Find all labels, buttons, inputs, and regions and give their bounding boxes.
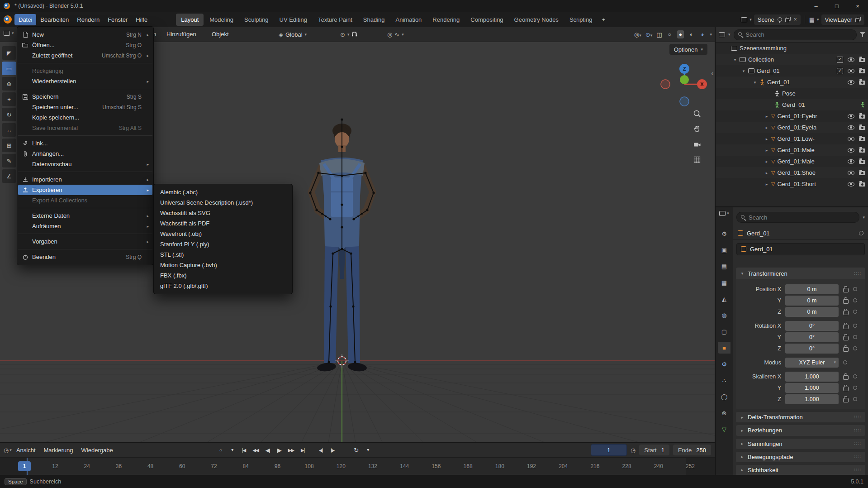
- animate-dot-icon[interactable]: [853, 346, 857, 350]
- menu-item-zuletzt-geoeffnet[interactable]: Zuletzt geöffnet Umschalt Strg O ▸: [17, 50, 153, 61]
- auto-keyframe-toggle[interactable]: ○: [215, 445, 226, 455]
- jump-to-start-button[interactable]: |◀: [238, 445, 250, 455]
- animate-dot-icon[interactable]: [853, 310, 857, 314]
- submenu-item-fbx[interactable]: FBX (.fbx): [154, 270, 292, 281]
- submenu-item-usd[interactable]: Universal Scene Description (.usd*): [154, 197, 292, 208]
- exclude-checkbox[interactable]: ✓: [837, 68, 843, 74]
- menu-item-kopie-speichern[interactable]: Kopie speichern...: [17, 112, 153, 123]
- outliner-row-gerd-collection[interactable]: ▾ Gerd_01 ✓: [716, 65, 868, 77]
- gizmos-dropdown[interactable]: ◎▾: [634, 31, 641, 38]
- shading-dropdown-icon[interactable]: ▾: [710, 33, 712, 37]
- workspace-tab-animation[interactable]: Animation: [391, 14, 427, 26]
- unlink-scene-icon[interactable]: ×: [794, 16, 797, 23]
- playhead-badge[interactable]: 1: [18, 461, 31, 471]
- keying-dropdown-icon[interactable]: ▾: [227, 445, 238, 455]
- hide-viewport-icon[interactable]: [848, 171, 854, 175]
- menu-item-speichern-unter[interactable]: Speichern unter... Umschalt Strg S: [17, 102, 153, 112]
- viewport-editor-type-icon[interactable]: ▾: [4, 31, 14, 36]
- camera-view-icon[interactable]: [693, 140, 701, 148]
- hide-viewport-icon[interactable]: [848, 57, 854, 62]
- transform-orientation-dropdown[interactable]: ◈ Global ▾: [279, 29, 307, 39]
- submenu-item-grease-pencil-svg[interactable]: Wachsstift als SVG: [154, 208, 292, 218]
- rotate-tool-button[interactable]: ↻: [2, 108, 16, 121]
- frame-end-field[interactable]: Ende 250: [673, 445, 711, 455]
- animate-dot-icon[interactable]: [853, 324, 857, 328]
- lock-icon[interactable]: [843, 398, 849, 402]
- scene-browse-icon[interactable]: [741, 17, 747, 22]
- menu-item-vorgaben[interactable]: Vorgaben ▸: [17, 236, 153, 247]
- frame-start-field[interactable]: Start 1: [639, 445, 669, 455]
- menu-item-new[interactable]: New Strg N ▸: [17, 29, 153, 40]
- outliner-row-mesh[interactable]: ▸ ▽ Gerd_01:Shoe: [716, 167, 868, 178]
- chevron-down-icon[interactable]: ▾: [9, 448, 12, 452]
- scale-x-field[interactable]: 1.000: [785, 372, 839, 382]
- new-viewlayer-icon[interactable]: [855, 17, 861, 22]
- collapse-icon[interactable]: ▾: [753, 80, 757, 85]
- menu-ansicht[interactable]: Ansicht: [13, 445, 39, 456]
- menu-wiedergabe[interactable]: Wiedergabe: [78, 445, 117, 456]
- add-workspace-button[interactable]: +: [598, 14, 609, 26]
- outliner-row-mesh[interactable]: ▸ ▽ Gerd_01:Short: [716, 178, 868, 190]
- outliner-editor-type-icon[interactable]: [719, 32, 725, 37]
- menu-objekt[interactable]: Objekt: [212, 31, 229, 38]
- next-frame-button[interactable]: |▶: [327, 445, 338, 455]
- measure-tool-button[interactable]: ∠: [2, 169, 16, 183]
- cursor-tool-button[interactable]: ⊕: [2, 77, 16, 91]
- rotation-y-field[interactable]: 0°: [785, 332, 839, 342]
- zoom-icon[interactable]: [693, 110, 701, 118]
- next-keyframe-button[interactable]: ▶▶: [285, 445, 297, 455]
- submenu-item-stanford-ply[interactable]: Stanford PLY (.ply): [154, 239, 292, 249]
- collection-tab-icon[interactable]: ▢: [718, 325, 730, 337]
- rotation-mode-dropdown[interactable]: XYZ Euler ▾: [785, 358, 839, 368]
- outliner-row-scene-collection[interactable]: Szenensammlung: [716, 43, 868, 54]
- outliner-search-input[interactable]: Search: [734, 29, 857, 40]
- select-box-tool-button[interactable]: ▭: [2, 62, 16, 75]
- submenu-item-stl[interactable]: STL (.stl): [154, 249, 292, 260]
- modifier-tab-icon[interactable]: ⚙: [718, 358, 730, 370]
- panel-header-transformieren[interactable]: ▾ Transformieren ∷∷: [736, 268, 865, 279]
- hide-viewport-icon[interactable]: [848, 159, 854, 164]
- menu-item-datenvorschau[interactable]: Datenvorschau ▸: [17, 159, 153, 169]
- panel-grip-icon[interactable]: ∷∷: [854, 271, 861, 277]
- disable-render-icon[interactable]: [859, 182, 865, 187]
- outliner-row-mesh[interactable]: ▸ ▽ Gerd_01:Low-: [716, 133, 868, 144]
- hide-viewport-icon[interactable]: [848, 80, 854, 85]
- lock-icon[interactable]: [843, 375, 849, 380]
- expand-icon[interactable]: ▸: [764, 137, 769, 141]
- outliner-row-mesh[interactable]: ▸ ▽ Gerd_01:Male: [716, 144, 868, 156]
- workspace-tab-shading[interactable]: Shading: [358, 14, 390, 26]
- workspace-tab-layout[interactable]: Layout: [176, 14, 204, 26]
- lock-icon[interactable]: [843, 299, 849, 304]
- submenu-item-grease-pencil-pdf[interactable]: Wachsstift als PDF: [154, 218, 292, 229]
- viewlayer-tab-icon[interactable]: ▦: [718, 277, 730, 288]
- filter-icon[interactable]: [860, 32, 865, 37]
- workspace-tab-texture-paint[interactable]: Texture Paint: [313, 14, 357, 26]
- lock-icon[interactable]: [843, 325, 849, 329]
- particles-tab-icon[interactable]: ∴: [718, 374, 730, 386]
- proportional-editing-dropdown[interactable]: ◎ ∿ ▾: [387, 29, 404, 39]
- shading-material-button[interactable]: ◐: [688, 30, 695, 38]
- sidebar-collapse-icon[interactable]: ‹: [711, 70, 713, 77]
- position-z-field[interactable]: 0 m: [785, 307, 839, 317]
- pin-scene-icon[interactable]: [778, 17, 782, 22]
- shading-rendered-button[interactable]: ◕: [699, 30, 706, 38]
- physics-tab-icon[interactable]: ◯: [718, 391, 730, 402]
- hide-viewport-icon[interactable]: [848, 125, 854, 130]
- panel-sichtbarkeit[interactable]: ▸ Sichtbarkeit ∷∷: [736, 465, 865, 475]
- navigation-gizmo[interactable]: Z X: [657, 57, 711, 113]
- disable-render-icon[interactable]: [859, 58, 865, 62]
- workspace-tab-modeling[interactable]: Modeling: [204, 14, 238, 26]
- expand-icon[interactable]: ▸: [764, 125, 769, 130]
- expand-icon[interactable]: ▸: [764, 171, 769, 175]
- menu-hilfe[interactable]: Hilfe: [132, 14, 152, 25]
- outliner-row-mesh[interactable]: ▸ ▽ Gerd_01:Male: [716, 156, 868, 167]
- chevron-down-icon[interactable]: ▾: [362, 445, 374, 455]
- scale-tool-button[interactable]: ↔: [2, 123, 16, 137]
- disable-render-icon[interactable]: [859, 148, 865, 153]
- blender-menu-icon[interactable]: [4, 15, 12, 24]
- new-scene-icon[interactable]: [785, 17, 791, 22]
- outliner-row-armature-data[interactable]: Gerd_01: [716, 99, 868, 110]
- menu-item-importieren[interactable]: Importieren ▸: [17, 174, 153, 185]
- chevron-down-icon[interactable]: ▾: [728, 33, 730, 37]
- lock-icon[interactable]: [843, 336, 849, 340]
